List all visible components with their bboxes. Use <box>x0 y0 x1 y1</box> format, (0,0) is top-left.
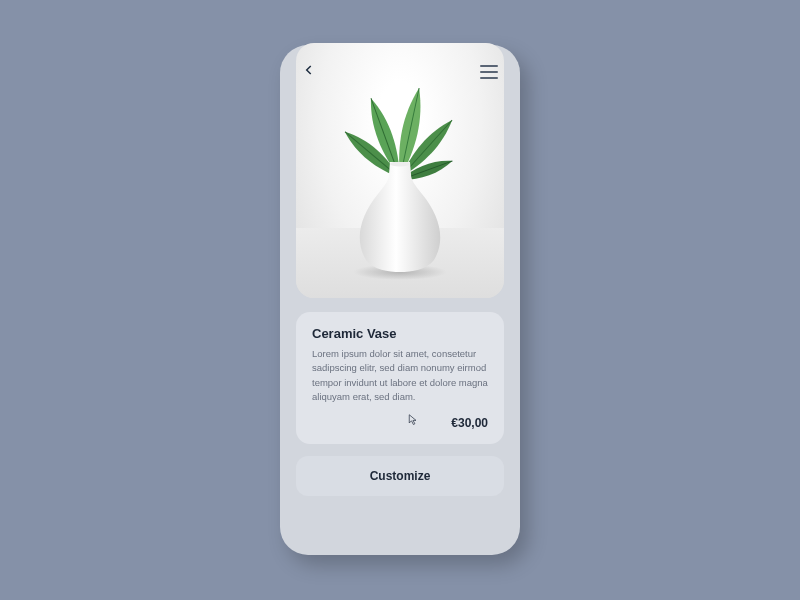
hamburger-icon <box>480 65 498 67</box>
product-title: Ceramic Vase <box>312 326 488 341</box>
product-info-card: Ceramic Vase Lorem ipsum dolor sit amet,… <box>296 312 504 444</box>
vase-icon <box>354 162 446 272</box>
product-price: €30,00 <box>451 416 488 430</box>
customize-button-label: Customize <box>370 469 431 483</box>
customize-button[interactable]: Customize <box>296 456 504 496</box>
menu-button[interactable] <box>480 65 498 79</box>
pointer-cursor-icon <box>408 412 418 430</box>
phone-mockup: Ceramic Vase Lorem ipsum dolor sit amet,… <box>280 45 520 555</box>
chevron-left-icon <box>302 63 316 77</box>
price-row: €30,00 <box>312 416 488 430</box>
back-button[interactable] <box>302 63 316 81</box>
top-bar <box>296 63 504 87</box>
product-description: Lorem ipsum dolor sit amet, consetetur s… <box>312 347 488 404</box>
